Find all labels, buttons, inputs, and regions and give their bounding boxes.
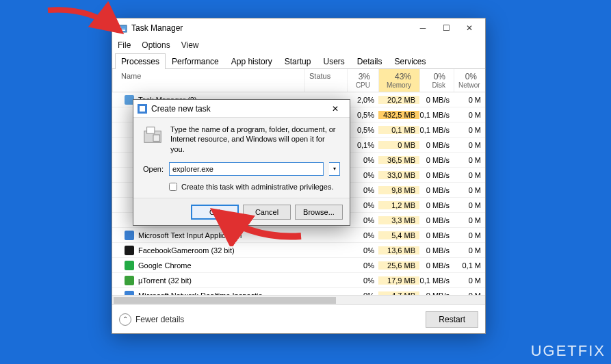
network-value: 0 M	[454, 156, 485, 164]
disk-value: 0,1 MB/s	[419, 126, 454, 134]
dialog-title: Create new task	[151, 104, 325, 114]
dialog-titlebar[interactable]: Create new task ✕	[133, 100, 350, 118]
scrollbar-thumb[interactable]	[114, 297, 336, 304]
ok-button[interactable]: OK	[191, 205, 239, 220]
disk-value: 0 MB/s	[419, 186, 454, 194]
cpu-value: 0%	[347, 186, 378, 194]
disk-value: 0,1 MB/s	[419, 276, 454, 285]
memory-value: 9,8 MB	[378, 186, 419, 194]
watermark: UGETFIX	[531, 342, 606, 360]
cpu-value: 0%	[347, 231, 378, 239]
menu-options[interactable]: Options	[142, 40, 170, 50]
chevron-up-icon: ⌃	[119, 313, 131, 326]
disk-value: 0 MB/s	[419, 216, 454, 224]
create-task-dialog: Create new task ✕ Type the name of a pro…	[133, 99, 350, 226]
process-icon	[125, 246, 134, 255]
tab-services[interactable]: Services	[389, 53, 432, 69]
open-input[interactable]	[169, 162, 324, 176]
network-value: 0 M	[454, 186, 485, 194]
window-controls: ─ ☐ ✕	[411, 18, 481, 38]
table-row[interactable]: µTorrent (32 bit)0%17,9 MB0,1 MB/s0 M	[112, 273, 485, 288]
menu-view[interactable]: View	[181, 40, 199, 50]
tab-processes[interactable]: Processes	[115, 53, 166, 69]
table-row[interactable]: Microsoft Network Realtime Inspectio...0…	[112, 288, 485, 295]
col-status[interactable]: Status	[304, 69, 347, 92]
network-value: 0,1 M	[454, 261, 485, 270]
process-name: FacebookGameroom (32 bit)	[112, 246, 304, 255]
fewer-details-button[interactable]: ⌃ Fewer details	[119, 313, 184, 326]
column-headers[interactable]: Name Status 3% CPU 43% Memory 0% Disk 0%…	[112, 69, 485, 92]
memory-value: 36,5 MB	[378, 156, 419, 164]
memory-value: 33,0 MB	[378, 171, 419, 179]
table-row[interactable]: Google Chrome0%25,6 MB0 MB/s0,1 M	[112, 258, 485, 273]
process-name: Microsoft Text Input Application	[112, 231, 304, 240]
tab-app-history[interactable]: App history	[225, 53, 278, 69]
tab-performance[interactable]: Performance	[166, 53, 225, 69]
cpu-value: 0%	[347, 276, 378, 285]
minimize-button[interactable]: ─	[411, 18, 434, 38]
restart-button[interactable]: Restart	[426, 311, 478, 328]
memory-value: 5,4 MB	[378, 231, 419, 239]
horizontal-scrollbar[interactable]	[112, 295, 485, 304]
network-value: 0 M	[454, 216, 485, 224]
svg-rect-8	[153, 135, 159, 141]
browse-button[interactable]: Browse...	[295, 205, 343, 220]
run-icon	[138, 104, 147, 114]
cpu-value: 2,0%	[347, 96, 378, 104]
dialog-description: Type the name of a program, folder, docu…	[170, 125, 340, 154]
memory-value: 1,2 MB	[378, 201, 419, 209]
dropdown-button[interactable]: ▾	[329, 162, 340, 176]
disk-value: 0 MB/s	[419, 171, 454, 179]
dialog-close-button[interactable]: ✕	[325, 101, 346, 116]
table-row[interactable]: FacebookGameroom (32 bit)0%13,6 MB0 MB/s…	[112, 243, 485, 258]
network-value: 0 M	[454, 126, 485, 134]
window-title: Task Manager	[131, 23, 411, 33]
memory-value: 0,1 MB	[378, 126, 419, 134]
footer: ⌃ Fewer details Restart	[112, 304, 485, 333]
svg-rect-5	[140, 106, 145, 112]
col-name[interactable]: Name	[112, 69, 304, 92]
maximize-button[interactable]: ☐	[434, 18, 458, 38]
dialog-buttons: OK Cancel Browse...	[133, 198, 350, 225]
disk-value: 0 MB/s	[419, 201, 454, 209]
disk-value: 0 MB/s	[419, 96, 454, 104]
tab-users[interactable]: Users	[317, 53, 350, 69]
disk-value: 0 MB/s	[419, 261, 454, 270]
admin-checkbox[interactable]	[169, 183, 177, 191]
process-name: µTorrent (32 bit)	[112, 276, 304, 285]
cpu-value: 0,5%	[347, 111, 378, 119]
disk-value: 0,1 MB/s	[419, 111, 454, 119]
cpu-value: 0%	[347, 171, 378, 179]
svg-rect-3	[118, 30, 125, 31]
col-disk[interactable]: 0% Disk	[419, 69, 454, 92]
memory-value: 20,2 MB	[378, 96, 419, 104]
dialog-body: Type the name of a program, folder, docu…	[133, 118, 350, 198]
cpu-value: 0%	[347, 216, 378, 224]
network-value: 0 M	[454, 171, 485, 179]
titlebar[interactable]: Task Manager ─ ☐ ✕	[112, 18, 485, 38]
cpu-value: 0%	[347, 156, 378, 164]
table-row[interactable]: Microsoft Text Input Application0%5,4 MB…	[112, 228, 485, 243]
memory-value: 432,5 MB	[378, 111, 419, 119]
disk-value: 0 MB/s	[419, 141, 454, 149]
col-cpu[interactable]: 3% CPU	[347, 69, 378, 92]
menu-file[interactable]: File	[118, 40, 131, 50]
svg-rect-1	[118, 27, 121, 28]
open-label: Open:	[143, 165, 164, 173]
process-icon	[125, 231, 134, 240]
admin-checkbox-label: Create this task with administrative pri…	[181, 183, 334, 191]
tab-startup[interactable]: Startup	[278, 53, 317, 69]
cpu-value: 0%	[347, 261, 378, 270]
network-value: 0 M	[454, 231, 485, 239]
cpu-value: 0%	[347, 201, 378, 209]
disk-value: 0 MB/s	[419, 156, 454, 164]
cancel-button[interactable]: Cancel	[243, 205, 291, 220]
tab-details[interactable]: Details	[351, 53, 389, 69]
memory-value: 13,6 MB	[378, 246, 419, 255]
close-button[interactable]: ✕	[458, 18, 481, 38]
col-network[interactable]: 0% Networ	[454, 69, 485, 92]
network-value: 0 M	[454, 96, 485, 104]
memory-value: 25,6 MB	[378, 261, 419, 270]
col-memory[interactable]: 43% Memory	[378, 69, 419, 92]
cpu-value: 0,1%	[347, 141, 378, 149]
